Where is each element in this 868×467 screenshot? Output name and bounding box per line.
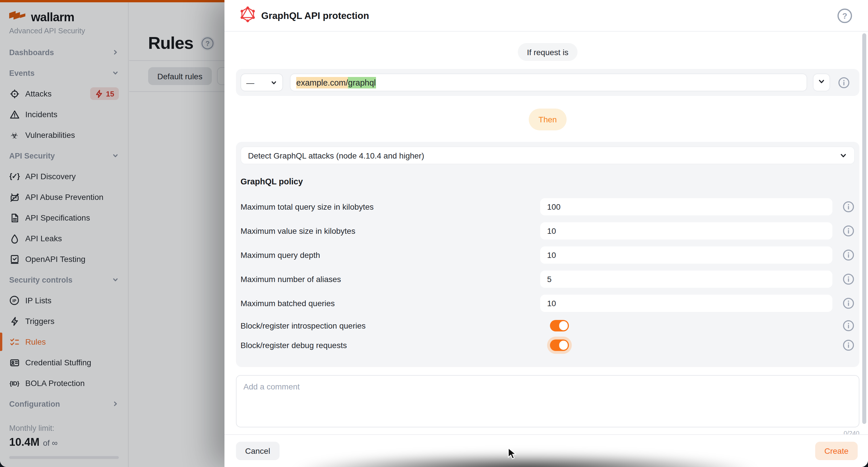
comment-textarea[interactable]: Add a comment xyxy=(236,375,859,427)
if-request-is-pill: If request is xyxy=(518,43,578,61)
policy-field-label: Maximum query depth xyxy=(241,251,540,260)
svg-text:?: ? xyxy=(842,11,847,20)
chevron-down-icon xyxy=(817,77,826,88)
modal-header: GraphQL API protection ? xyxy=(224,0,868,32)
condition-operator-value: — xyxy=(246,78,254,87)
chevron-down-icon xyxy=(839,151,847,159)
policy-field-label: Maximum number of aliases xyxy=(241,274,540,284)
policy-toggle-row: Block/register debug requests xyxy=(241,338,855,352)
policy-toggle-label: Block/register debug requests xyxy=(241,341,550,350)
policy-field-input[interactable]: 100 xyxy=(540,198,832,215)
graphql-protection-modal: GraphQL API protection ? If request is —… xyxy=(224,0,868,467)
cancel-button[interactable]: Cancel xyxy=(236,442,279,460)
info-icon[interactable] xyxy=(842,201,855,213)
policy-rows: Maximum total query size in kilobytes100… xyxy=(241,198,855,352)
policy-toggle-label: Block/register introspection queries xyxy=(241,321,550,330)
info-icon[interactable] xyxy=(842,339,855,352)
modal-footer: Cancel Create xyxy=(224,434,868,467)
policy-toggle-row: Block/register introspection queries xyxy=(241,319,855,332)
policy-field-label: Maximum total query size in kilobytes xyxy=(241,202,540,211)
toggle-knob xyxy=(559,341,568,350)
then-pill: Then xyxy=(529,109,567,130)
info-icon[interactable] xyxy=(842,225,855,237)
policy-field-label: Maximum batched queries xyxy=(241,299,540,308)
policy-field-row: Maximum batched queries10 xyxy=(241,295,855,312)
policy-field-input[interactable]: 10 xyxy=(540,222,832,239)
info-icon[interactable] xyxy=(838,76,850,89)
uri-expand-button[interactable] xyxy=(813,74,830,91)
uri-part-orange: example.com/ xyxy=(296,77,348,88)
modal-body: If request is — example.com/graphql Then… xyxy=(224,32,868,434)
policy-field-row: Maximum query depth10 xyxy=(241,246,855,264)
comment-char-counter: 0/240 xyxy=(236,430,859,434)
toggle-switch-on[interactable] xyxy=(550,320,569,331)
info-icon[interactable] xyxy=(842,319,855,332)
chevron-down-icon xyxy=(270,79,277,86)
create-button[interactable]: Create xyxy=(815,442,858,460)
policy-field-row: Maximum total query size in kilobytes100 xyxy=(241,198,855,215)
info-icon[interactable] xyxy=(842,249,855,261)
uri-input[interactable]: example.com/graphql xyxy=(290,74,807,91)
screen: wallarm Advanced API Security Dashboards… xyxy=(0,0,868,467)
policy-field-input[interactable]: 5 xyxy=(540,270,832,288)
policy-field-row: Maximum value size in kilobytes10 xyxy=(241,222,855,239)
app-window: wallarm Advanced API Security Dashboards… xyxy=(0,0,868,467)
info-icon[interactable] xyxy=(842,273,855,286)
toggle-switch-on[interactable] xyxy=(550,340,569,351)
graphql-icon xyxy=(241,6,255,25)
policy-field-label: Maximum value size in kilobytes xyxy=(241,226,540,235)
policy-heading: GraphQL policy xyxy=(241,177,855,189)
condition-operator-select[interactable]: — xyxy=(241,74,283,91)
uri-part-green: graphql xyxy=(348,77,376,88)
policy-field-row: Maximum number of aliases5 xyxy=(241,270,855,288)
action-select-value: Detect GraphQL attacks (node 4.10.4 and … xyxy=(248,151,424,160)
help-icon[interactable]: ? xyxy=(836,7,853,24)
comment-placeholder: Add a comment xyxy=(243,382,300,391)
toggle-knob xyxy=(559,321,568,330)
action-select[interactable]: Detect GraphQL attacks (node 4.10.4 and … xyxy=(241,146,855,164)
info-icon[interactable] xyxy=(842,297,855,310)
condition-row: — example.com/graphql xyxy=(236,69,859,96)
modal-title: GraphQL API protection xyxy=(261,10,369,21)
modal-scrollbar-thumb[interactable] xyxy=(862,33,866,424)
policy-field-input[interactable]: 10 xyxy=(540,295,832,312)
policy-field-input[interactable]: 10 xyxy=(540,246,832,264)
then-action-panel: Detect GraphQL attacks (node 4.10.4 and … xyxy=(236,142,859,367)
